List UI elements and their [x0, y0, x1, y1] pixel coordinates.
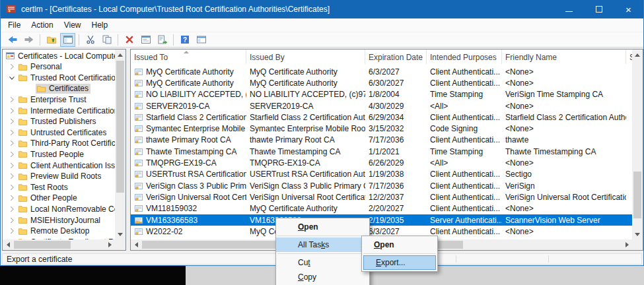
certificate-row-symantec-enterprise-mobile-ro-[interactable]: Symantec Enterprise Mobile Ro...Symantec… — [131, 123, 633, 135]
scroll-down-arrow[interactable] — [632, 229, 643, 239]
export-list-button[interactable] — [155, 33, 170, 47]
column-header-expiration-date[interactable]: Expiration Date — [365, 49, 427, 64]
back-icon — [7, 34, 18, 45]
chevron-right-icon[interactable] — [7, 149, 17, 160]
chevron-right-icon[interactable] — [7, 193, 17, 203]
console-tree-button[interactable] — [60, 33, 75, 47]
chevron-right-icon[interactable] — [7, 138, 17, 148]
chevron-down-icon[interactable] — [7, 73, 17, 83]
tree-item-local-nonremovable-cert[interactable]: Local NonRemovable Cert — [3, 203, 125, 214]
tree-item-intermediate-certification[interactable]: Intermediate Certification — [3, 105, 125, 116]
scroll-right-arrow[interactable] — [622, 239, 632, 250]
menu-item-open[interactable]: Open — [362, 238, 437, 252]
certificate-row-verisign-class-3-public-primary-[interactable]: VeriSign Class 3 Public Primary ...VeriS… — [131, 180, 633, 191]
close-button[interactable]: × — [614, 0, 643, 18]
scroll-up-arrow[interactable] — [115, 49, 125, 60]
tree-item-test-roots[interactable]: Test Roots — [3, 181, 125, 193]
tree-item-other-people[interactable]: Other People — [3, 193, 125, 204]
chevron-right-icon[interactable] — [7, 204, 17, 214]
chevron-right-icon[interactable] — [7, 116, 17, 127]
menu-item-copy[interactable]: Copy — [276, 270, 369, 284]
folder-icon — [18, 226, 28, 236]
properties-button[interactable] — [138, 33, 153, 47]
chevron-right-icon[interactable] — [7, 182, 17, 193]
certificate-row-verisign-universal-root-certific-[interactable]: VeriSign Universal Root Certific...VeriS… — [131, 191, 633, 203]
forward-button[interactable] — [21, 33, 36, 47]
folder-icon — [18, 215, 28, 225]
chevron-right-icon[interactable] — [7, 160, 17, 171]
copy-button[interactable] — [99, 33, 114, 47]
certificate-row-myq-certificate-authority[interactable]: MyQ Certificate AuthorityMyQ Certificate… — [131, 77, 633, 88]
chevron-right-icon[interactable] — [7, 171, 17, 181]
column-header-friendly-name[interactable]: Friendly Name — [502, 49, 626, 64]
delete-button[interactable] — [122, 33, 137, 47]
tree-item-msiehistoryjournal[interactable]: MSIEHistoryJournal — [3, 214, 125, 226]
tree-item-preview-build-roots[interactable]: Preview Build Roots — [3, 171, 125, 182]
menu-item-label: Cut — [298, 258, 310, 267]
properties-icon — [141, 34, 151, 45]
certificate-row-starfield-class-2-certification-a-[interactable]: Starfield Class 2 Certification A...Star… — [131, 111, 633, 123]
certificate-row-vm163366583[interactable]: VM163366583VM1633665832/19/2035Server Au… — [131, 214, 633, 226]
chevron-right-icon[interactable] — [7, 127, 17, 138]
certificate-icon — [134, 67, 143, 77]
menu-action[interactable]: Action — [26, 18, 58, 32]
certificate-row-myq-certificate-authority[interactable]: MyQ Certificate AuthorityMyQ Certificate… — [131, 66, 633, 77]
certificate-row-tmqprg-ex19-ca[interactable]: TMQPRG-EX19-CATMQPRG-EX19-CA6/26/2029<Al… — [131, 157, 633, 168]
certificate-row-usertrust-rsa-certification-aut-[interactable]: USERTrust RSA Certification Aut...USERTr… — [131, 169, 633, 180]
scroll-up-arrow[interactable] — [632, 49, 643, 60]
tree-item-remote-desktop[interactable]: Remote Desktop — [3, 226, 125, 237]
tree-horizontal-scrollbar[interactable] — [3, 239, 115, 250]
menu-item-export-[interactable]: Export... — [363, 255, 436, 270]
menu-file[interactable]: File — [3, 18, 26, 32]
scrollbar-thumb[interactable] — [116, 61, 124, 193]
chevron-right-icon[interactable] — [7, 94, 17, 105]
tree-item-label: Personal — [30, 62, 61, 71]
chevron-right-icon[interactable] — [7, 215, 17, 226]
tree-item-third-party-root-certifica[interactable]: Third-Party Root Certifica — [3, 138, 125, 149]
menu-help[interactable]: Help — [87, 18, 114, 32]
chevron-right-icon[interactable] — [7, 226, 17, 236]
tree-item-client-authentication-issu[interactable]: Client Authentication Issu — [3, 160, 125, 171]
tree-item-enterprise-trust[interactable]: Enterprise Trust — [3, 94, 125, 105]
scrollbar-thumb[interactable] — [14, 241, 71, 249]
tree-item-trusted-people[interactable]: Trusted People — [3, 148, 125, 160]
tree-item-trusted-root-certification[interactable]: Trusted Root Certification — [3, 72, 125, 83]
tree-item-certificates[interactable]: Certificates — [3, 83, 125, 94]
cell-text: NO LIABILITY ACCEPTED, (c)97 Ve... — [250, 90, 365, 99]
list-vertical-scrollbar[interactable] — [632, 49, 643, 239]
cut-button[interactable] — [83, 33, 98, 47]
chevron-right-icon[interactable] — [7, 106, 17, 116]
menu-view[interactable]: View — [59, 18, 87, 32]
cell-text: Time Stamping — [430, 147, 483, 156]
cell: Thawte Timestamping CA — [502, 146, 626, 157]
scroll-right-arrow[interactable] — [104, 239, 115, 250]
minimize-button[interactable] — [554, 0, 584, 18]
certificate-row-thawte-primary-root-ca[interactable]: thawte Primary Root CAthawte Primary Roo… — [131, 135, 633, 146]
certificate-row-server2019-ca[interactable]: SERVER2019-CASERVER2019-CA4/30/2029<All>… — [131, 100, 633, 111]
help-button[interactable]: ? — [177, 33, 192, 47]
menu-item-open[interactable]: Open — [276, 220, 369, 234]
tree-item-trusted-publishers[interactable]: Trusted Publishers — [3, 116, 125, 127]
chevron-right-icon[interactable] — [7, 61, 17, 72]
tree-item-untrusted-certificates[interactable]: Untrusted Certificates — [3, 127, 125, 138]
column-header-issued-to[interactable]: Issued To — [131, 49, 246, 64]
menu-item-cut[interactable]: Cut — [276, 255, 369, 270]
tree-item-certificates-local-computer[interactable]: Certificates - Local Computer — [3, 50, 125, 61]
column-header-intended-purposes[interactable]: Intended Purposes — [427, 49, 502, 64]
scroll-left-arrow[interactable] — [131, 239, 141, 250]
back-button[interactable] — [5, 33, 20, 47]
up-one-level-button[interactable] — [44, 33, 59, 47]
scroll-left-arrow[interactable] — [3, 239, 13, 250]
maximize-button[interactable] — [584, 0, 614, 18]
certificate-row-vm118159032[interactable]: VM118159032MyQ Certificate Authority2/20… — [131, 203, 633, 214]
menu-item-all-tasks[interactable]: All Tasks› — [276, 238, 369, 252]
scroll-down-arrow[interactable] — [115, 229, 125, 239]
scrollbar-thumb[interactable] — [633, 172, 641, 218]
column-header-issued-by[interactable]: Issued By — [246, 49, 365, 64]
tree-item-personal[interactable]: Personal — [3, 61, 125, 73]
tree-vertical-scrollbar[interactable] — [115, 49, 125, 239]
certificate-row-thawte-timestamping-ca[interactable]: Thawte Timestamping CAThawte Timestampin… — [131, 146, 633, 157]
certificate-row-no-liability-accepted-c-97-[interactable]: NO LIABILITY ACCEPTED, (c)97 ...NO LIABI… — [131, 89, 633, 100]
new-window-button[interactable] — [194, 33, 209, 47]
cell: SERVER2019-CA — [246, 100, 365, 111]
